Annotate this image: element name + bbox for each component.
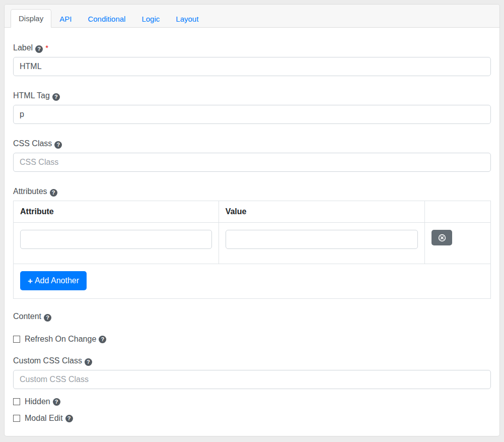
attributes-field-group: Attributes? Attribute Value: [13, 186, 491, 299]
label-field-group: Label?*: [13, 43, 491, 76]
css-class-field-label: CSS Class?: [13, 139, 491, 149]
refresh-on-change-row: Refresh On Change?: [13, 335, 491, 344]
modal-edit-label: Modal Edit: [25, 414, 63, 423]
help-icon[interactable]: ?: [52, 93, 60, 101]
attribute-column-header: Attribute: [14, 201, 219, 223]
tab-logic[interactable]: Logic: [133, 10, 168, 28]
custom-css-class-label-text: Custom CSS Class: [13, 356, 82, 365]
content-label-text: Content: [13, 312, 41, 321]
required-asterisk: *: [45, 43, 48, 52]
custom-css-class-input[interactable]: [13, 370, 491, 389]
actions-cell: [425, 223, 491, 264]
refresh-on-change-label: Refresh On Change: [25, 335, 96, 344]
attribute-key-input[interactable]: [20, 230, 212, 249]
remove-row-button[interactable]: [431, 230, 452, 245]
attributes-table: Attribute Value: [13, 201, 491, 299]
modal-edit-row: Modal Edit?: [13, 414, 491, 423]
html-tag-label-text: HTML Tag: [13, 91, 50, 100]
tab-layout[interactable]: Layout: [168, 10, 206, 28]
tab-conditional[interactable]: Conditional: [80, 10, 133, 28]
hidden-label: Hidden: [25, 397, 50, 406]
add-another-button[interactable]: +Add Another: [20, 271, 87, 290]
label-field-label: Label?*: [13, 43, 491, 53]
hidden-checkbox[interactable]: [13, 398, 20, 405]
refresh-on-change-checkbox[interactable]: [13, 336, 20, 343]
content-field-group: Content?: [13, 311, 491, 322]
custom-css-class-field-label: Custom CSS Class?: [13, 356, 491, 366]
help-icon[interactable]: ?: [44, 314, 51, 322]
html-tag-input[interactable]: [13, 105, 491, 124]
tab-api[interactable]: API: [51, 10, 80, 28]
add-another-button-label: Add Another: [35, 276, 79, 285]
add-another-cell: +Add Another: [14, 264, 491, 299]
help-icon[interactable]: ?: [50, 189, 57, 197]
value-column-header: Value: [219, 201, 425, 223]
attributes-table-footer-row: +Add Another: [14, 264, 491, 299]
custom-css-class-field-group: Custom CSS Class?: [13, 356, 491, 389]
times-circle-icon: [438, 234, 446, 242]
attribute-value-input[interactable]: [226, 230, 418, 249]
help-icon[interactable]: ?: [53, 398, 60, 406]
attribute-cell: [14, 223, 219, 264]
actions-column-header: [425, 201, 491, 223]
label-field-label-text: Label: [13, 43, 33, 52]
label-input[interactable]: [13, 57, 491, 76]
tab-display[interactable]: Display: [11, 9, 51, 28]
help-icon[interactable]: ?: [54, 141, 62, 149]
help-icon[interactable]: ?: [99, 336, 106, 343]
help-icon[interactable]: ?: [85, 358, 92, 366]
content-field-label: Content?: [13, 311, 491, 322]
component-edit-panel: Display API Conditional Logic Layout Lab…: [4, 4, 500, 436]
attributes-table-row: [14, 223, 491, 264]
value-cell: [219, 223, 425, 264]
tab-panel-display: Label?* HTML Tag? CSS Class? Attributes?: [5, 28, 499, 433]
attributes-table-header-row: Attribute Value: [14, 201, 491, 223]
css-class-input[interactable]: [13, 153, 491, 172]
help-icon[interactable]: ?: [65, 415, 73, 422]
modal-edit-checkbox[interactable]: [13, 415, 20, 422]
plus-icon: +: [28, 277, 33, 285]
tab-bar: Display API Conditional Logic Layout: [5, 5, 499, 28]
hidden-row: Hidden?: [13, 397, 491, 406]
help-icon[interactable]: ?: [35, 45, 43, 53]
html-tag-field-group: HTML Tag?: [13, 91, 491, 124]
css-class-field-group: CSS Class?: [13, 139, 491, 172]
css-class-label-text: CSS Class: [13, 139, 52, 148]
html-tag-field-label: HTML Tag?: [13, 91, 491, 101]
attributes-label-text: Attributes: [13, 187, 47, 196]
attributes-field-label: Attributes?: [13, 186, 491, 197]
